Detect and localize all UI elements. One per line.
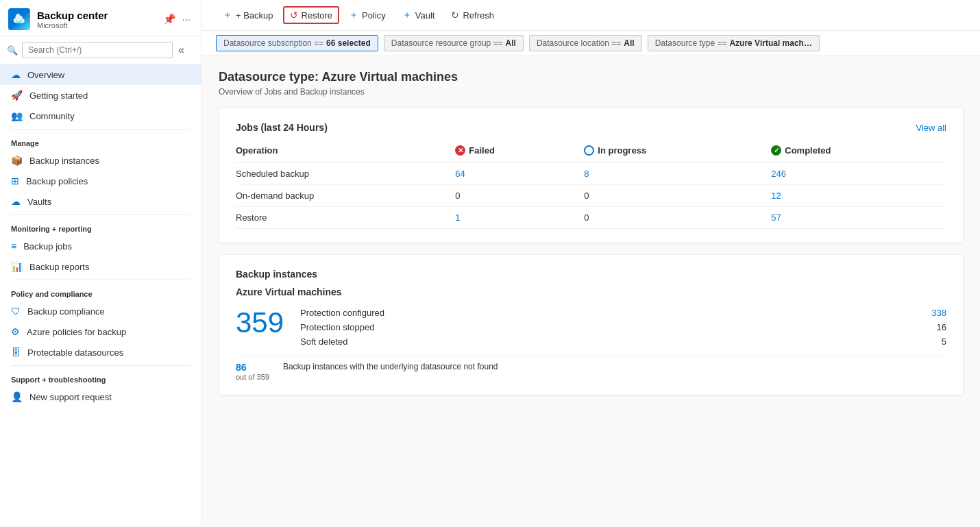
policy-icon: ＋ [349,9,358,21]
sidebar-item-getting-started[interactable]: 🚀 Getting started [0,85,201,106]
row-failed: 1 [450,207,578,229]
sidebar-item-label: Backup policies [26,176,88,186]
scheduled-progress-link[interactable]: 8 [584,169,589,179]
scheduled-completed-link[interactable]: 246 [771,169,786,179]
divider-support [11,365,191,366]
sidebar-header: Backup center Microsoft 📌 ··· [0,0,201,36]
collapse-sidebar-button[interactable]: « [177,42,186,58]
search-input[interactable] [22,42,173,58]
row-in-progress: 0 [578,185,765,207]
ondemand-progress-val: 0 [584,191,589,201]
instances-detail-row: Protection configured 338 [300,306,946,320]
row-operation: Restore [236,207,450,229]
monitoring-section-label: Monitoring + reporting [0,218,201,236]
sidebar-item-new-support[interactable]: 👤 New support request [0,387,201,407]
restore-failed-link[interactable]: 1 [455,212,460,223]
footer-count[interactable]: 86 [236,362,269,373]
detail-value-configured[interactable]: 338 [919,308,946,318]
jobs-card-header: Jobs (last 24 Hours) View all [236,122,946,133]
detail-label-configured: Protection configured [300,308,384,318]
filter-subscription-value: 66 selected [326,38,371,48]
vault-button[interactable]: ＋ Vault [395,5,442,25]
manage-section-label: Manage [0,132,201,150]
support-icon: 👤 [11,391,23,402]
footer-sub: out of 359 [236,373,269,381]
sidebar-item-backup-jobs[interactable]: ≡ Backup jobs [0,236,201,256]
table-row: On-demand backup 0 0 12 [236,185,946,207]
main-area: ＋ + Backup ↺ Restore ＋ Policy ＋ Vault ↻ … [202,0,980,527]
filter-location[interactable]: Datasource location == All [529,35,642,51]
detail-value-stopped: 16 [919,322,946,332]
vault-icon: ＋ [402,9,412,21]
cloud-icon: ☁ [11,69,21,80]
instances-details: Protection configured 338 Protection sto… [300,306,946,349]
divider-manage [11,129,191,130]
datasources-icon: 🗄 [11,347,21,358]
footer-left: 86 out of 359 [236,362,269,381]
restore-label: Restore [302,10,333,21]
policies-icon: ⊞ [11,175,19,186]
sidebar-item-protectable-datasources[interactable]: 🗄 Protectable datasources [0,342,201,363]
sidebar-item-vaults[interactable]: ☁ Vaults [0,191,201,212]
filter-location-value: All [624,38,634,48]
progress-icon [584,145,594,156]
vaults-icon: ☁ [11,196,21,207]
sidebar-item-label: New support request [29,392,112,402]
sidebar-item-label: Community [29,111,75,121]
col-in-progress: In progress [578,143,765,163]
scheduled-failed-link[interactable]: 64 [455,169,465,179]
col-operation: Operation [236,143,450,163]
sidebar-item-backup-compliance[interactable]: 🛡 Backup compliance [0,301,201,321]
filter-bar: Datasource subscription == 66 selected D… [202,31,980,56]
sidebar-item-label: Azure policies for backup [27,327,126,337]
community-icon: 👥 [11,110,23,121]
rocket-icon: 🚀 [11,90,23,101]
row-operation: On-demand backup [236,185,450,207]
sidebar-item-backup-policies[interactable]: ⊞ Backup policies [0,171,201,191]
completed-col-label: Completed [785,145,831,156]
compliance-icon: 🛡 [11,306,21,317]
instances-count: 359 [236,308,284,337]
page-subtitle: Overview of Jobs and Backup instances [219,87,964,97]
view-all-jobs-link[interactable]: View all [916,123,946,133]
detail-value-softdeleted: 5 [919,336,946,347]
restore-button[interactable]: ↺ Restore [283,6,340,24]
backup-button[interactable]: ＋ + Backup [216,5,280,25]
sidebar-search-area: 🔍 « [0,36,201,64]
instances-detail-row: Soft deleted 5 [300,334,946,349]
jobs-card: Jobs (last 24 Hours) View all Operation … [219,108,964,243]
support-section-label: Support + troubleshooting [0,369,201,387]
instances-card-title: Backup instances [236,269,946,280]
filter-type[interactable]: Datasource type == Azure Virtual mach… [648,35,820,51]
col-completed: ✓ Completed [765,143,946,163]
backup-icon: ＋ [223,9,232,21]
instances-detail-row: Protection stopped 16 [300,320,946,334]
pin-icon[interactable]: 📌 [163,13,176,25]
backup-label: + Backup [236,10,273,21]
sidebar-item-azure-policies[interactable]: ⚙ Azure policies for backup [0,321,201,342]
jobs-table: Operation ✕ Failed In progress [236,143,946,229]
row-in-progress: 8 [578,163,765,185]
ondemand-completed-link[interactable]: 12 [771,191,781,201]
sidebar-item-label: Protectable datasources [27,347,123,358]
search-icon: 🔍 [7,45,18,56]
refresh-button[interactable]: ↻ Refresh [444,6,501,24]
policy-button[interactable]: ＋ Policy [342,5,393,25]
filter-subscription[interactable]: Datasource subscription == 66 selected [216,35,378,51]
more-icon[interactable]: ··· [182,13,191,25]
app-title-group: Backup center Microsoft [37,10,163,29]
app-logo [8,8,30,30]
restore-completed-link[interactable]: 57 [771,212,781,223]
filter-rg-label: Datasource resource group == [391,38,503,48]
sidebar-item-overview[interactable]: ☁ Overview [0,64,201,85]
sidebar-item-label: Vaults [27,197,51,207]
table-row: Restore 1 0 57 [236,207,946,229]
restore-icon: ↺ [290,10,298,21]
sidebar-item-backup-instances[interactable]: 📦 Backup instances [0,150,201,171]
filter-location-label: Datasource location == [537,38,621,48]
filter-resource-group[interactable]: Datasource resource group == All [384,35,524,51]
filter-type-value: Azure Virtual mach… [729,38,811,48]
sidebar-item-community[interactable]: 👥 Community [0,106,201,126]
row-completed: 12 [765,185,946,207]
sidebar-item-backup-reports[interactable]: 📊 Backup reports [0,256,201,277]
